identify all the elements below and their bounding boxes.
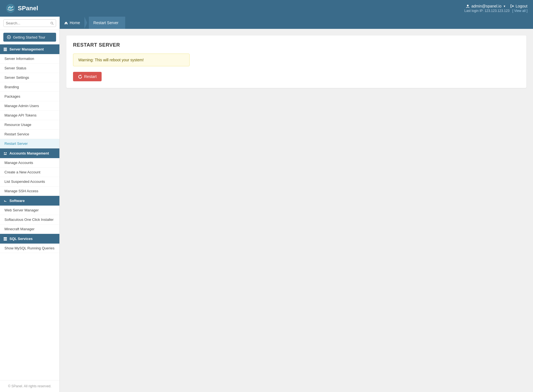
software-icon — [3, 199, 7, 203]
logo-text: SPanel — [18, 5, 38, 12]
section-header-sql-services: SQL Services — [0, 234, 59, 244]
breadcrumb-home[interactable]: Home — [60, 17, 84, 29]
sidebar-item-manage-api-tokens[interactable]: Manage API Tokens — [0, 111, 59, 120]
search-input[interactable] — [6, 21, 49, 25]
header-right: admin@spanel.io ▼ Logout Last login IP: … — [464, 4, 527, 13]
sql-services-icon — [3, 237, 7, 241]
breadcrumb-home-label: Home — [70, 21, 80, 25]
accounts-management-icon — [3, 151, 7, 155]
svg-rect-13 — [4, 237, 7, 238]
rocket-icon — [7, 35, 11, 39]
accounts-management-label: Accounts Management — [9, 151, 49, 155]
restart-icon — [78, 75, 82, 79]
svg-point-2 — [467, 5, 469, 6]
section-header-accounts-management: Accounts Management — [0, 148, 59, 158]
page-content: RESTART SERVER Warning: This will reboot… — [60, 29, 533, 392]
warning-text: Warning: This will reboot your system! — [78, 58, 144, 62]
header: SPanel admin@spanel.io ▼ Logout — [0, 0, 533, 17]
breadcrumb-current: Restart Server — [89, 17, 125, 29]
logo-icon — [6, 3, 16, 13]
svg-rect-7 — [4, 48, 7, 49]
logout-icon — [510, 4, 514, 8]
view-all-link[interactable]: [ View all ] — [512, 9, 527, 13]
sidebar-item-web-server-manager[interactable]: Web Server Manager — [0, 206, 59, 215]
sidebar-item-create-new-account[interactable]: Create a New Account — [0, 168, 59, 177]
svg-point-10 — [4, 152, 5, 153]
section-header-server-management: Server Management — [0, 44, 59, 54]
search-container — [0, 17, 59, 30]
getting-started-label: Getting Started Tour — [13, 35, 45, 39]
logo: SPanel — [6, 3, 38, 13]
logout-label: Logout — [516, 4, 527, 8]
header-user-actions: admin@spanel.io ▼ Logout — [466, 4, 527, 8]
svg-point-4 — [51, 22, 52, 24]
svg-marker-17 — [81, 75, 82, 76]
user-icon — [466, 4, 470, 8]
breadcrumb-arrow-icon — [84, 17, 89, 29]
server-management-icon — [3, 47, 7, 51]
svg-point-11 — [6, 152, 7, 153]
search-icon — [50, 21, 54, 25]
sidebar-item-minecraft-manager[interactable]: Minecraft Manager — [0, 224, 59, 234]
sidebar-item-packages[interactable]: Packages — [0, 92, 59, 101]
restart-button[interactable]: Restart — [73, 72, 102, 81]
sidebar-item-softaculous[interactable]: Softaculous One Click Installer — [0, 215, 59, 224]
server-management-label: Server Management — [9, 47, 44, 51]
svg-line-5 — [52, 24, 54, 25]
main-content: Home Restart Server RESTART SERVER Warni… — [60, 17, 533, 392]
user-dropdown-icon: ▼ — [503, 5, 506, 8]
logout-button[interactable]: Logout — [510, 4, 527, 8]
sidebar-item-show-mysql[interactable]: Show MySQL Running Queries — [0, 244, 59, 253]
svg-marker-16 — [84, 17, 87, 29]
sidebar-item-server-status[interactable]: Server Status — [0, 64, 59, 73]
content-card: RESTART SERVER Warning: This will reboot… — [66, 36, 526, 88]
user-email: admin@spanel.io — [471, 4, 501, 8]
sidebar-item-list-suspended-accounts[interactable]: List Suspended Accounts — [0, 177, 59, 186]
sidebar-item-resource-usage[interactable]: Resource Usage — [0, 120, 59, 130]
sidebar-item-restart-service[interactable]: Restart Service — [0, 130, 59, 139]
sidebar-item-server-settings[interactable]: Server Settings — [0, 73, 59, 82]
software-label: Software — [9, 199, 25, 203]
sidebar-item-manage-admin-users[interactable]: Manage Admin Users — [0, 101, 59, 111]
svg-rect-8 — [4, 49, 7, 50]
sidebar: Getting Started Tour Server Management S… — [0, 17, 60, 392]
layout: Getting Started Tour Server Management S… — [0, 17, 533, 392]
warning-box: Warning: This will reboot your system! — [73, 54, 190, 66]
breadcrumb-current-label: Restart Server — [93, 21, 118, 25]
restart-button-label: Restart — [84, 74, 97, 79]
svg-point-1 — [9, 7, 12, 9]
sidebar-item-restart-server[interactable]: Restart Server — [0, 139, 59, 148]
sidebar-item-manage-accounts[interactable]: Manage Accounts — [0, 158, 59, 168]
svg-rect-14 — [4, 238, 7, 239]
sidebar-item-manage-ssh-access[interactable]: Manage SSH Access — [0, 186, 59, 196]
breadcrumb-divider — [84, 17, 89, 29]
sidebar-footer: © SPanel. All rights reserved. — [0, 380, 59, 392]
sidebar-item-branding[interactable]: Branding — [0, 82, 59, 92]
home-icon — [64, 21, 68, 25]
search-box[interactable] — [3, 19, 56, 27]
breadcrumb: Home Restart Server — [60, 17, 533, 29]
login-info: Last login IP: 123.123.123.123 [ View al… — [464, 9, 527, 13]
sidebar-item-server-information[interactable]: Server Information — [0, 54, 59, 64]
svg-rect-9 — [4, 50, 7, 51]
svg-rect-15 — [4, 240, 7, 241]
page-title: RESTART SERVER — [73, 42, 520, 48]
section-header-software: Software — [0, 196, 59, 206]
user-menu[interactable]: admin@spanel.io ▼ — [466, 4, 506, 8]
sql-services-label: SQL Services — [9, 237, 33, 241]
getting-started-button[interactable]: Getting Started Tour — [3, 33, 56, 42]
